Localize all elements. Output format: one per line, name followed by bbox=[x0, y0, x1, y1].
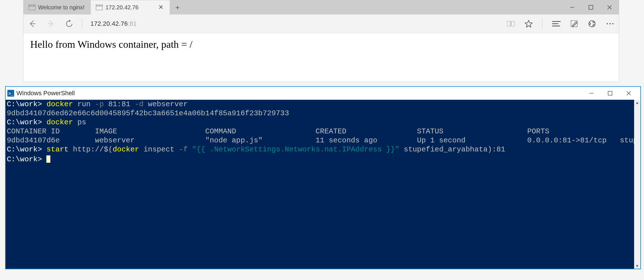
ps-maximize-button[interactable] bbox=[601, 91, 619, 96]
browser-tab-active[interactable]: 172.20.42.76 ✕ bbox=[91, 0, 170, 14]
browser-toolbar: 172.20.42.76:81 bbox=[23, 14, 619, 33]
svg-rect-23 bbox=[608, 91, 612, 95]
tab-title: 172.20.42.76 bbox=[105, 4, 139, 11]
powershell-title: Windows PowerShell bbox=[16, 90, 75, 97]
page-body: Hello from Windows container, path = / bbox=[23, 33, 619, 55]
window-controls bbox=[563, 0, 619, 14]
browser-window: Welcome to nginx! 172.20.42.76 ✕ + bbox=[23, 0, 619, 82]
terminal-output[interactable]: C:\work> docker run -p 81:81 -d webserve… bbox=[6, 100, 640, 164]
svg-point-21 bbox=[612, 23, 613, 24]
powershell-titlebar[interactable]: >_ Windows PowerShell bbox=[6, 87, 640, 100]
svg-point-19 bbox=[607, 23, 608, 24]
address-bar[interactable]: 172.20.42.76:81 bbox=[90, 20, 137, 27]
ps-minimize-button[interactable] bbox=[582, 91, 601, 96]
tab-close-icon[interactable]: ✕ bbox=[158, 4, 163, 11]
more-icon[interactable] bbox=[606, 22, 614, 25]
svg-rect-0 bbox=[29, 5, 35, 10]
toolbar-separator bbox=[82, 18, 82, 29]
svg-rect-5 bbox=[589, 5, 593, 9]
forward-button[interactable] bbox=[47, 19, 55, 28]
terminal-cursor bbox=[46, 155, 50, 163]
scroll-up-icon[interactable]: ▲ bbox=[635, 100, 639, 105]
reading-view-icon[interactable] bbox=[507, 20, 515, 27]
favorites-icon[interactable] bbox=[525, 20, 533, 28]
share-icon[interactable] bbox=[588, 20, 596, 28]
scrollbar[interactable]: ▲ ▼ bbox=[634, 100, 640, 269]
back-button[interactable] bbox=[28, 19, 36, 28]
toolbar-divider bbox=[542, 19, 543, 29]
refresh-button[interactable] bbox=[65, 20, 73, 28]
tab-strip: Welcome to nginx! 172.20.42.76 ✕ + bbox=[23, 0, 619, 14]
powershell-app-icon: >_ bbox=[7, 90, 14, 97]
svg-point-18 bbox=[593, 25, 595, 26]
hub-icon[interactable] bbox=[552, 21, 561, 27]
minimize-button[interactable] bbox=[563, 0, 582, 14]
tab-title: Welcome to nginx! bbox=[38, 4, 85, 11]
new-tab-button[interactable]: + bbox=[170, 0, 185, 14]
svg-point-17 bbox=[593, 21, 595, 23]
maximize-button[interactable] bbox=[582, 0, 600, 14]
scroll-down-icon[interactable]: ▼ bbox=[635, 263, 639, 269]
close-button[interactable] bbox=[600, 0, 619, 14]
url-port: :81 bbox=[128, 20, 137, 27]
page-icon bbox=[29, 5, 35, 10]
browser-tab-inactive[interactable]: Welcome to nginx! bbox=[23, 0, 91, 14]
svg-point-20 bbox=[610, 23, 611, 24]
powershell-window: >_ Windows PowerShell C:\work> docker ru… bbox=[5, 86, 641, 269]
ps-close-button[interactable] bbox=[619, 91, 638, 96]
notes-icon[interactable] bbox=[570, 20, 578, 28]
page-icon bbox=[96, 5, 103, 10]
svg-point-16 bbox=[589, 23, 591, 25]
svg-rect-2 bbox=[96, 5, 103, 10]
url-host: 172.20.42.76 bbox=[90, 20, 128, 27]
